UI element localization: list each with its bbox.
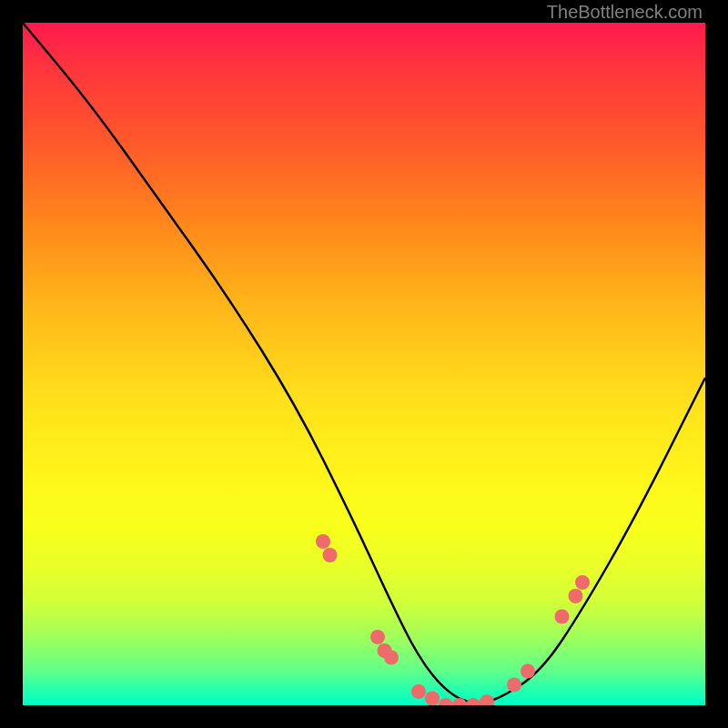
plot-area <box>23 23 705 705</box>
data-point-marker <box>480 694 494 705</box>
data-point-marker <box>555 610 570 624</box>
data-point-marker <box>575 575 590 590</box>
data-point-marker <box>323 548 338 562</box>
watermark-text: TheBottleneck.com <box>547 2 703 23</box>
data-point-marker <box>521 664 535 679</box>
bottleneck-curve <box>23 23 705 703</box>
data-point-marker <box>507 678 521 693</box>
data-point-marker <box>452 698 467 705</box>
curve-layer <box>23 23 705 705</box>
data-point-marker <box>439 698 453 705</box>
data-point-marker <box>425 692 440 706</box>
data-point-marker <box>569 589 583 603</box>
chart-container: TheBottleneck.com <box>0 0 728 728</box>
data-point-marker <box>316 534 330 549</box>
data-point-marker <box>370 630 385 644</box>
data-point-marker <box>411 684 426 699</box>
data-point-marker <box>466 698 480 705</box>
data-point-marker <box>384 651 399 665</box>
data-markers <box>316 534 590 705</box>
